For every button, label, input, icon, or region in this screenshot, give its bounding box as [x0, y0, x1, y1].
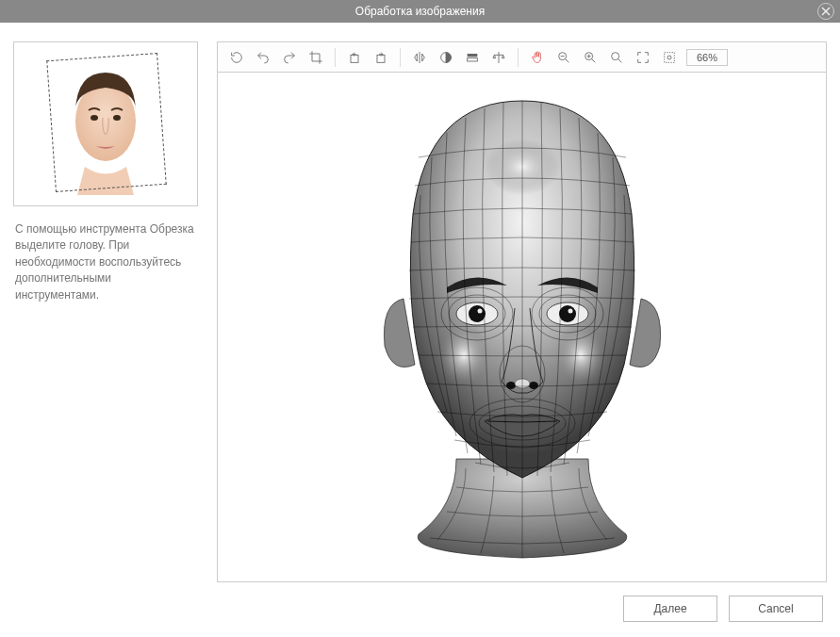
- redo-button[interactable]: [276, 45, 303, 70]
- svg-point-27: [529, 382, 538, 389]
- fit-screen-icon: [635, 50, 651, 65]
- svg-point-18: [554, 323, 607, 387]
- toolbar-separator: [518, 48, 519, 67]
- title-bar: Обработка изображения: [0, 0, 840, 23]
- toolbar: 66%: [218, 42, 826, 73]
- zoom-in-icon: [583, 50, 598, 65]
- actual-size-icon: [662, 50, 677, 65]
- fit-screen-button[interactable]: [630, 45, 656, 70]
- rotate-left-button[interactable]: [341, 45, 368, 70]
- svg-point-17: [437, 323, 490, 387]
- svg-point-26: [506, 382, 516, 389]
- wireframe-head-image: [315, 82, 730, 572]
- sidebar: С помощью инструмента Обрезка выделите г…: [13, 41, 198, 624]
- balance-button[interactable]: [486, 45, 512, 70]
- svg-rect-9: [468, 54, 478, 57]
- magnifier-icon: [609, 50, 624, 65]
- flip-horizontal-button[interactable]: [406, 45, 433, 70]
- zoom-out-button[interactable]: [551, 45, 577, 70]
- svg-rect-10: [468, 57, 478, 60]
- flip-horizontal-icon: [412, 50, 427, 65]
- svg-point-15: [667, 56, 671, 59]
- actual-size-button[interactable]: [656, 45, 683, 70]
- close-icon: [821, 7, 831, 16]
- contrast-icon: [438, 50, 453, 65]
- zoom-in-button[interactable]: [577, 45, 603, 70]
- undo-history-icon: [229, 50, 244, 65]
- toolbar-separator: [335, 48, 336, 67]
- hint-text: С помощью инструмента Обрезка выделите г…: [13, 221, 198, 303]
- crop-overlay: [46, 53, 166, 192]
- contrast-button[interactable]: [433, 45, 459, 70]
- undo-button[interactable]: [250, 45, 276, 70]
- main-area: 66%: [217, 41, 827, 624]
- rotate-right-icon: [373, 50, 388, 65]
- thumbnail-panel: [13, 41, 198, 206]
- footer: Далее Cancel: [217, 582, 827, 624]
- svg-rect-14: [665, 52, 675, 62]
- canvas-viewport[interactable]: [218, 73, 826, 581]
- cancel-button[interactable]: Cancel: [729, 596, 823, 622]
- window-title: Обработка изображения: [355, 5, 485, 18]
- svg-point-25: [568, 309, 572, 314]
- pan-button[interactable]: [524, 45, 551, 70]
- next-button[interactable]: Далее: [623, 596, 717, 622]
- close-button[interactable]: [817, 3, 834, 20]
- hand-icon: [530, 50, 545, 65]
- zoom-tool-button[interactable]: [603, 45, 630, 70]
- zoom-out-icon: [556, 50, 571, 65]
- svg-point-24: [559, 305, 576, 322]
- undo-icon: [255, 50, 271, 65]
- crop-icon: [308, 50, 323, 65]
- crop-button[interactable]: [303, 45, 329, 70]
- zoom-level-display[interactable]: 66%: [686, 49, 728, 66]
- rotate-left-icon: [347, 50, 362, 65]
- svg-point-22: [477, 309, 482, 314]
- rotate-right-button[interactable]: [368, 45, 394, 70]
- toolbar-separator: [400, 48, 401, 67]
- svg-point-21: [469, 305, 486, 322]
- redo-icon: [282, 50, 297, 65]
- balance-icon: [491, 50, 506, 65]
- undo-history-button[interactable]: [223, 45, 250, 70]
- svg-point-13: [612, 52, 619, 59]
- levels-button[interactable]: [459, 45, 486, 70]
- levels-icon: [465, 50, 480, 65]
